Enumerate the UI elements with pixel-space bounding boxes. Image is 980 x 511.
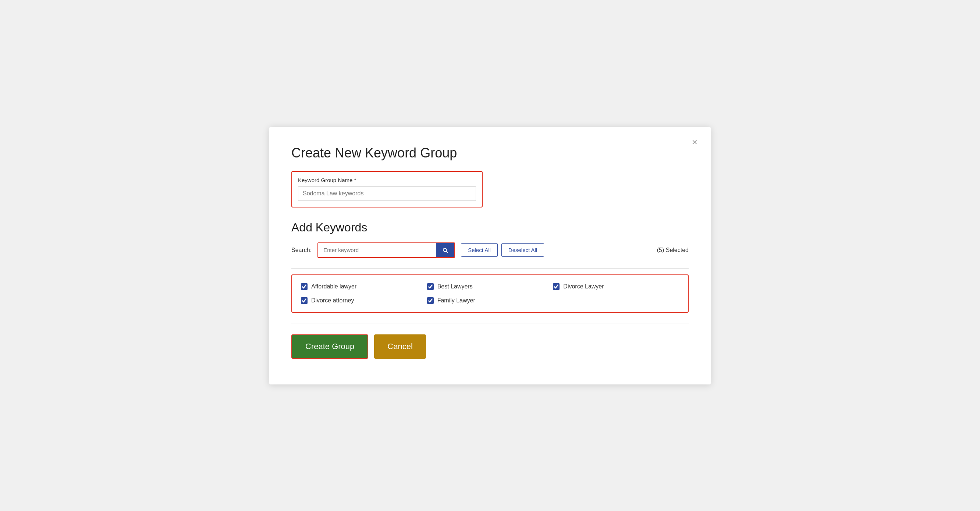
add-keywords-title: Add Keywords [291,221,689,234]
keyword-label[interactable]: Affordable lawyer [311,283,356,290]
search-input[interactable] [318,243,436,257]
bottom-divider [291,323,689,323]
search-row: Search: Select All Deselect All (5) Sele… [291,242,689,258]
search-button[interactable] [436,243,454,257]
modal-title: Create New Keyword Group [291,145,689,161]
group-name-section: Keyword Group Name * [291,171,483,207]
close-button[interactable]: × [692,137,697,147]
modal-dialog: × Create New Keyword Group Keyword Group… [269,127,711,384]
selected-count: (5) Selected [657,247,689,253]
group-name-label: Keyword Group Name * [298,177,476,183]
keyword-checkbox[interactable] [553,283,560,290]
keywords-list: Affordable lawyerBest LawyersDivorce Law… [291,274,689,313]
select-all-button[interactable]: Select All [461,243,498,257]
search-icon [442,247,449,253]
search-label: Search: [291,247,312,253]
keyword-item: Family Lawyer [427,297,553,304]
keyword-label[interactable]: Divorce Lawyer [563,283,604,290]
keyword-checkbox[interactable] [427,297,434,304]
keyword-item: Divorce Lawyer [553,283,679,290]
deselect-all-button[interactable]: Deselect All [501,243,544,257]
create-group-button[interactable]: Create Group [291,334,368,359]
top-divider [291,268,689,269]
keyword-item: Divorce attorney [301,297,427,304]
keyword-label[interactable]: Best Lawyers [438,283,473,290]
action-buttons: Create Group Cancel [291,334,689,359]
cancel-button[interactable]: Cancel [374,334,426,359]
keyword-label[interactable]: Family Lawyer [438,297,475,304]
keyword-label[interactable]: Divorce attorney [311,297,354,304]
keyword-checkbox[interactable] [427,283,434,290]
keyword-item: Affordable lawyer [301,283,427,290]
keyword-checkbox[interactable] [301,283,307,290]
search-input-wrapper [317,242,455,258]
keyword-item: Best Lawyers [427,283,553,290]
keyword-checkbox[interactable] [301,297,307,304]
keywords-grid: Affordable lawyerBest LawyersDivorce Law… [301,283,679,304]
group-name-input[interactable] [298,186,476,201]
select-buttons-group: Select All Deselect All [461,243,544,257]
